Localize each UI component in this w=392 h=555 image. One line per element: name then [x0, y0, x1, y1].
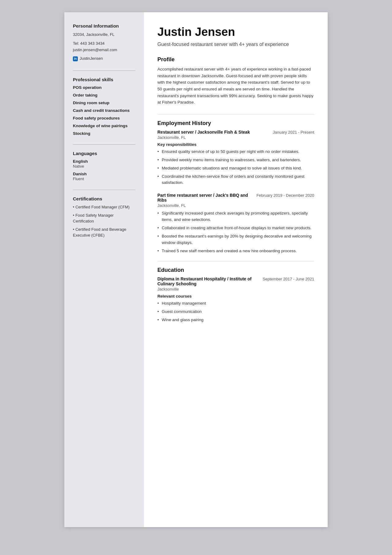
skill-item: POS operation [73, 85, 135, 90]
edu-title-0: Diploma in Restaurant Hospitality / Inst… [157, 276, 260, 286]
personal-email: justin.jensen@email.com [73, 47, 135, 53]
employment-title: Employment History [157, 120, 314, 127]
sidebar: Personal Information 32034, Jacksonville… [64, 12, 144, 527]
bullet-item: Collaborated in creating attractive fron… [157, 225, 314, 231]
job-block-0: Restaurant server / Jacksonville Fish & … [157, 130, 314, 186]
linkedin-handle: JustinJensen [80, 55, 103, 62]
bullet-item: Mediated problematic situations and mana… [157, 165, 314, 172]
personal-tel: Tel: 443 343 3434 [73, 40, 135, 47]
sidebar-divider-3 [73, 190, 135, 190]
cert-item-1: • Food Safety Manager Certification [73, 213, 135, 224]
bullet-item: Provided weekly menu items training to w… [157, 157, 314, 163]
bullet-item: Wine and glass pairing [157, 317, 314, 323]
linkedin-icon: in [73, 56, 78, 61]
edu-location-0: Jacksonville [157, 287, 314, 291]
education-title: Education [157, 267, 314, 273]
certifications-section: Certifications • Certified Food Manager … [73, 196, 135, 238]
main-divider-1 [157, 114, 314, 115]
cert-item-0: • Certified Food Manager (CFM) [73, 204, 135, 210]
edu-bullets-0: Hospitality management Guest communicati… [157, 300, 314, 323]
job-header-0: Restaurant server / Jacksonville Fish & … [157, 130, 314, 135]
skills-list: POS operation Order taking Dining room s… [73, 85, 135, 136]
education-section: Education Diploma in Restaurant Hospital… [157, 267, 314, 323]
skill-item: Dining room setup [73, 101, 135, 105]
job-location-1: Jacksonville, FL [157, 203, 314, 208]
sidebar-divider-1 [73, 70, 135, 71]
skill-item: Knowledge of wine pairings [73, 124, 135, 128]
sidebar-divider-2 [73, 144, 135, 145]
profile-title: Profile [157, 56, 314, 63]
job-header-1: Part time restaurant server / Jack's BBQ… [157, 193, 314, 203]
certifications-title: Certifications [73, 196, 135, 201]
edu-block-0: Diploma in Restaurant Hospitality / Inst… [157, 276, 314, 323]
skills-title: Professional skills [73, 77, 135, 82]
bullet-item: Hospitality management [157, 300, 314, 307]
bullet-item: Coordinated the kitchen-service flow of … [157, 173, 314, 186]
skill-item: Food safety procedures [73, 116, 135, 120]
personal-info-title: Personal Information [73, 23, 135, 29]
candidate-name: Justin Jensen [157, 26, 314, 39]
languages-title: Languages [73, 151, 135, 156]
personal-info-section: Personal Information 32034, Jacksonville… [73, 23, 135, 62]
language-level-1: Fluent [73, 177, 135, 181]
edu-sub-title-0: Relevant courses [157, 294, 314, 298]
language-item-1: Danish Fluent [73, 172, 135, 181]
language-level-0: Native [73, 164, 135, 169]
job-title-1: Part time restaurant server / Jack's BBQ… [157, 193, 253, 203]
skill-item: Stocking [73, 131, 135, 136]
job-block-1: Part time restaurant server / Jack's BBQ… [157, 193, 314, 254]
bullet-item: Boosted the restaurant's earnings by 20%… [157, 233, 314, 246]
languages-section: Languages English Native Danish Fluent [73, 151, 135, 181]
main-content: Justin Jensen Guest-focused restaurant s… [144, 12, 328, 527]
profile-section: Profile Accomplished restaurant server w… [157, 56, 314, 106]
main-divider-2 [157, 261, 314, 261]
language-name-0: English [73, 159, 135, 164]
job-sub-title-0: Key responsibilities [157, 142, 314, 147]
skill-item: Cash and credit transactions [73, 108, 135, 113]
edu-date-0: September 2017 - June 2021 [263, 277, 314, 281]
bullet-item: Guest communication [157, 309, 314, 315]
job-bullets-0: Ensured quality service of up to 50 gues… [157, 149, 314, 186]
profile-text: Accomplished restaurant server with 4+ y… [157, 66, 314, 106]
skill-item: Order taking [73, 93, 135, 97]
language-name-1: Danish [73, 172, 135, 176]
bullet-item: Trained 5 new staff members and created … [157, 248, 314, 254]
cert-item-2: • Certified Food and Beverage Executive … [73, 227, 135, 238]
job-location-0: Jacksonville, FL [157, 135, 314, 140]
skills-section: Professional skills POS operation Order … [73, 77, 135, 136]
bullet-item: Significantly increased guest check aver… [157, 210, 314, 223]
job-title-0: Restaurant server / Jacksonville Fish & … [157, 130, 250, 135]
job-date-0: January 2021 - Present [273, 130, 314, 135]
edu-header-0: Diploma in Restaurant Hospitality / Inst… [157, 276, 314, 286]
job-date-1: February 2019 - December 2020 [256, 193, 314, 198]
resume-container: Personal Information 32034, Jacksonville… [64, 12, 328, 527]
job-bullets-1: Significantly increased guest check aver… [157, 210, 314, 254]
linkedin-row: in JustinJensen [73, 55, 135, 62]
language-item-0: English Native [73, 159, 135, 169]
personal-address: 32034, Jacksonville, FL [73, 32, 135, 38]
candidate-tagline: Guest-focused restaurant server with 4+ … [157, 41, 314, 48]
bullet-item: Ensured quality service of up to 50 gues… [157, 149, 314, 155]
employment-section: Employment History Restaurant server / J… [157, 120, 314, 254]
